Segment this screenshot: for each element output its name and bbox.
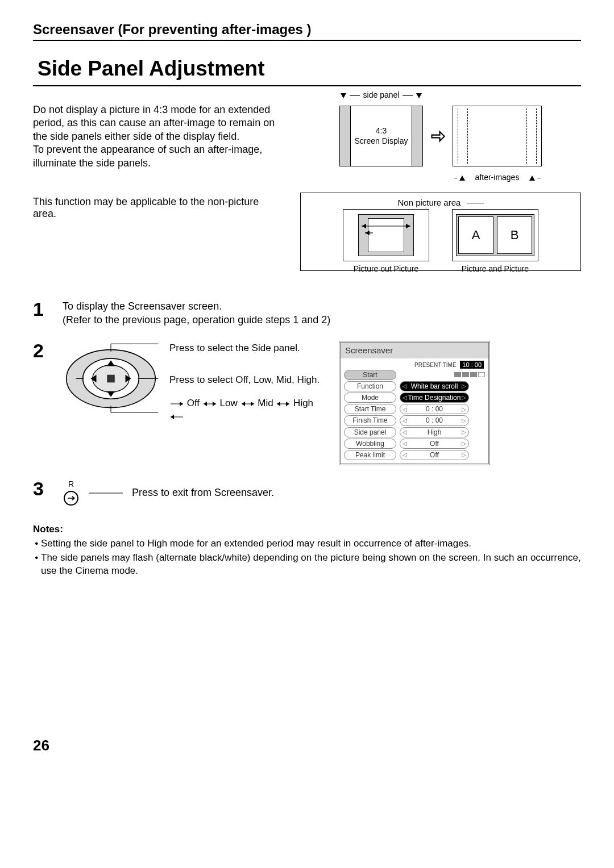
osd-label: Side panel <box>344 427 396 437</box>
opt-low: Low <box>220 398 238 408</box>
page-number: 26 <box>33 737 581 754</box>
arrow-down-icon <box>416 93 422 98</box>
return-button-icon: R <box>63 479 80 507</box>
svg-marker-28 <box>277 402 280 406</box>
osd-label: Start Time <box>344 404 396 414</box>
step-number: 2 <box>33 341 52 466</box>
screen-display-label: Screen Display <box>354 136 408 147</box>
non-picture-diagram: Non picture area Picture out Picture A B… <box>300 193 581 271</box>
after-images-label: after-images <box>475 173 520 182</box>
present-time-value: 10 : 00 <box>460 361 484 369</box>
opt-mid: Mid <box>258 398 273 408</box>
svg-marker-29 <box>286 402 289 406</box>
remote-navpad-icon <box>63 341 159 417</box>
step-number: 1 <box>33 299 52 327</box>
osd-value: High <box>428 428 442 437</box>
osd-label: Function <box>344 381 396 391</box>
pop-caption: Picture out Picture <box>343 264 429 273</box>
svg-marker-4 <box>365 231 370 235</box>
svg-marker-31 <box>171 415 174 419</box>
side-panel-label: side panel <box>363 90 400 99</box>
page-title: Side Panel Adjustment <box>33 53 581 86</box>
applicable-text: This function may be applicable to the n… <box>33 193 283 271</box>
step1-line2: (Refer to the previous page, operation g… <box>63 313 581 327</box>
label-a: A <box>458 216 493 254</box>
note-item: The side panels may flash (alternate bla… <box>41 552 581 578</box>
osd-label: Wobbling <box>344 439 396 449</box>
callout-line <box>89 493 123 494</box>
svg-marker-1 <box>362 224 366 228</box>
pap-caption: Picture and Picture <box>453 264 538 273</box>
label-b: B <box>497 216 532 254</box>
cycle-options: Off Low Mid High <box>169 397 329 423</box>
osd-title: Screensaver <box>341 343 488 358</box>
osd-menu: Screensaver PRESENT TIME 10 : 00 Start F… <box>339 341 490 466</box>
intro-text: Do not display a picture in 4:3 mode for… <box>33 103 283 170</box>
osd-label: Finish Time <box>344 415 396 425</box>
osd-start: Start <box>344 370 396 380</box>
osd-value: 0 : 00 <box>426 416 443 425</box>
side-panel-diagram: side panel 4:3 Screen Display <box>300 103 581 170</box>
note-item: Setting the side panel to High mode for … <box>41 537 581 550</box>
bars-icon <box>454 372 485 377</box>
osd-value: Time Designation <box>408 393 461 402</box>
osd-label: Mode <box>344 393 396 403</box>
step2-line1: Press to select the Side panel. <box>169 342 329 355</box>
non-picture-label: Non picture area <box>397 198 460 207</box>
osd-value: 0 : 00 <box>426 404 443 414</box>
opt-off: Off <box>187 398 200 408</box>
osd-label: Peak limit <box>344 450 396 460</box>
r-label: R <box>68 479 74 489</box>
step2-line2: Press to select Off, Low, Mid, High. <box>169 374 329 387</box>
arrow-up-icon <box>459 176 465 181</box>
svg-marker-2 <box>406 224 410 228</box>
svg-marker-25 <box>242 402 245 406</box>
intro-p1: Do not display a picture in 4:3 mode for… <box>33 103 283 143</box>
svg-marker-23 <box>213 402 216 406</box>
notes-heading: Notes: <box>33 524 581 535</box>
svg-rect-8 <box>107 374 115 382</box>
svg-marker-26 <box>251 402 254 406</box>
arrow-down-icon <box>341 93 346 98</box>
ratio-label: 4:3 <box>376 126 387 136</box>
step3-text: Press to exit from Screensaver. <box>132 486 274 499</box>
opt-high: High <box>293 398 313 408</box>
step1-line1: To display the Screensaver screen. <box>63 299 581 313</box>
svg-marker-20 <box>180 402 183 406</box>
notes-section: Notes: Setting the side panel to High mo… <box>33 524 581 578</box>
osd-value: Off <box>430 450 439 460</box>
step-number: 3 <box>33 479 52 507</box>
present-time-label: PRESENT TIME <box>414 362 457 368</box>
osd-value: Off <box>430 439 439 448</box>
arrow-right-icon <box>430 128 446 147</box>
section-heading: Screensaver (For preventing after-images… <box>33 22 581 41</box>
osd-value: White bar scroll <box>411 382 458 391</box>
svg-marker-22 <box>204 402 207 406</box>
intro-p2: To prevent the appearance of such an aft… <box>33 143 283 170</box>
arrow-up-icon <box>529 176 535 181</box>
